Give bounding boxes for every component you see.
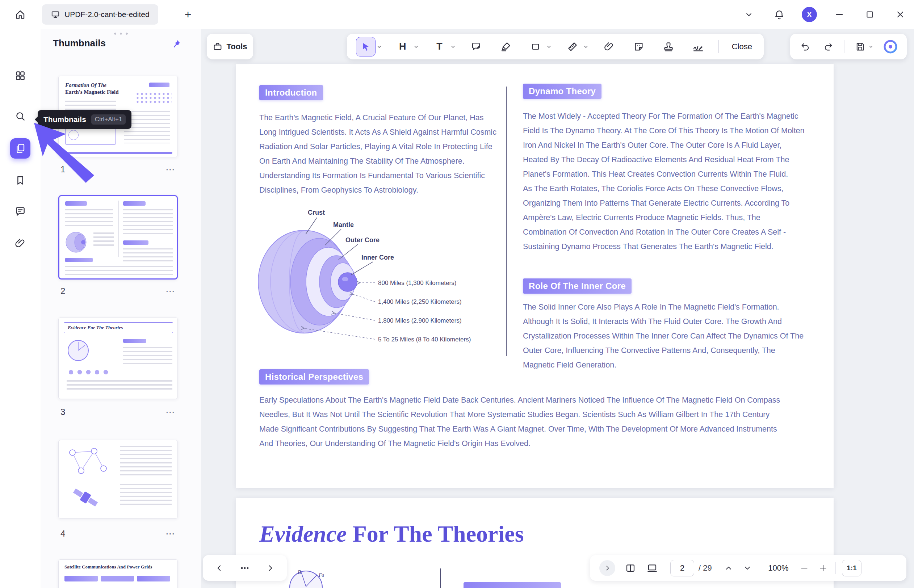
toolbar-collapse-button[interactable] (741, 6, 757, 23)
tools-menu-button[interactable]: Tools (207, 34, 253, 60)
compass-label-fs: Fs (318, 572, 324, 578)
chevron-down-icon[interactable] (583, 44, 589, 50)
thumbnail-page-5[interactable]: Satellite Communications And Power Grids (58, 559, 178, 588)
heading-tool-letter: H (399, 41, 406, 52)
thumb3-number: 3 (58, 407, 65, 417)
close-editing-button[interactable]: Close (730, 42, 754, 52)
comment-icon (15, 206, 26, 217)
diagram-label-inner-core: Inner Core (362, 254, 394, 261)
bookmarks-button[interactable] (10, 170, 31, 191)
attachments-button[interactable] (10, 233, 31, 254)
redo-button[interactable] (821, 37, 835, 56)
measure-tool-button[interactable] (563, 37, 582, 56)
page3-title: Evidence For The Theories (259, 521, 524, 548)
signature-tool-button[interactable] (689, 37, 707, 56)
dynamo-paragraphs: The Most Widely - Accepted Theory For Th… (523, 109, 806, 254)
search-button[interactable] (10, 106, 31, 126)
thumb2-preview-lines1 (65, 209, 113, 228)
chevron-down-icon[interactable] (376, 44, 383, 50)
actual-size-button[interactable]: 1:1 (842, 560, 861, 577)
next-page-button[interactable] (263, 561, 278, 575)
dynamo-heading-badge: Dynamo Theory (523, 84, 601, 99)
highlighter-tool-button[interactable] (496, 37, 515, 56)
text-tool-button[interactable]: T (430, 37, 449, 56)
thumb2-more-button[interactable]: ⋯ (163, 286, 178, 297)
undo-button[interactable] (798, 37, 812, 56)
new-tab-button[interactable]: + (180, 6, 196, 23)
next-page-chevron-button[interactable] (740, 561, 755, 575)
page3-title-italic: Evidence (259, 521, 347, 547)
zoom-in-button[interactable] (816, 561, 830, 575)
previous-page-chevron-button[interactable] (721, 561, 736, 575)
chevron-down-icon[interactable] (546, 44, 552, 50)
prev-page-button[interactable] (212, 561, 227, 575)
save-button[interactable] (853, 37, 867, 56)
select-tool-button[interactable] (356, 37, 375, 56)
minimize-button[interactable] (832, 6, 847, 23)
collapse-bar-button[interactable] (599, 560, 615, 576)
toolbar-divider (844, 40, 845, 53)
editing-toolbar: H T Close (347, 34, 764, 60)
thumbnail-page-2[interactable] (58, 195, 178, 279)
home-button[interactable] (12, 6, 28, 23)
minus-icon (799, 564, 809, 573)
monitor-icon (51, 10, 60, 19)
page-nav-bar (203, 555, 287, 581)
thumb5-preview-bar1 (65, 576, 98, 582)
thumbnail-page-3[interactable]: Evidence For The Theories (58, 318, 178, 399)
nav-more-button[interactable] (237, 561, 252, 575)
attach-tool-button[interactable] (600, 37, 618, 56)
presentation-mode-button[interactable] (645, 561, 659, 575)
diagram-measure-1: 800 Miles (1,300 Kilometers) (378, 279, 456, 286)
thumb5-title: Satellite Communications And Power Grids (65, 564, 170, 570)
apps-grid-icon (15, 70, 26, 81)
chevron-down-icon[interactable] (868, 44, 874, 50)
thumb1-more-button[interactable]: ⋯ (163, 164, 178, 175)
chevron-up-icon (724, 564, 733, 572)
notifications-button[interactable] (771, 6, 787, 23)
ai-assistant-button[interactable] (882, 39, 899, 55)
chevron-down-icon[interactable] (450, 44, 456, 50)
left-icon-rail (0, 29, 40, 588)
maximize-button[interactable] (862, 6, 878, 23)
thumb4-preview-lines2 (120, 484, 172, 506)
pin-panel-button[interactable] (168, 36, 184, 52)
thumb4-more-button[interactable]: ⋯ (163, 528, 178, 540)
heading-tool-group: H (393, 37, 419, 56)
tab-title: UPDF-2.0-cant-be-edited (65, 10, 150, 19)
close-window-button[interactable] (892, 6, 908, 23)
stamp-tool-button[interactable] (659, 37, 678, 56)
apps-grid-button[interactable] (10, 66, 31, 86)
save-icon (855, 42, 865, 52)
panel-title: Thumbnails (53, 38, 106, 49)
title-bar: UPDF-2.0-cant-be-edited + X (0, 0, 914, 29)
thumb2-preview-lines3 (65, 266, 173, 275)
chevron-left-icon (215, 564, 224, 573)
home-icon (15, 9, 26, 20)
thumb3-preview-lines2 (67, 380, 172, 391)
panel-drag-handle[interactable] (112, 32, 130, 36)
document-tab[interactable]: UPDF-2.0-cant-be-edited (42, 4, 158, 24)
two-page-view-button[interactable] (623, 561, 638, 575)
thumb4-number: 4 (58, 528, 65, 539)
account-button[interactable]: X (802, 7, 817, 22)
page-number-input[interactable] (670, 560, 694, 577)
sign-pen-button[interactable] (10, 586, 31, 588)
sticker-tool-button[interactable] (629, 37, 648, 56)
zoom-out-button[interactable] (797, 561, 812, 575)
comment-tool-button[interactable] (467, 37, 486, 56)
thumbnails-panel-button[interactable] (10, 138, 31, 158)
pdf-page-2[interactable]: Introduction The Earth's Magnetic Field,… (236, 64, 833, 488)
thumb3-more-button[interactable]: ⋯ (163, 407, 178, 418)
chevron-down-icon[interactable] (413, 44, 419, 50)
sticker-icon (633, 41, 644, 52)
shape-tool-button[interactable] (526, 37, 545, 56)
thumbnail-page-4[interactable] (58, 440, 178, 519)
paperclip-icon (604, 41, 615, 52)
heading-tool-button[interactable]: H (393, 37, 412, 56)
comments-button[interactable] (10, 201, 31, 221)
thumb3-meta: 3 ⋯ (58, 406, 178, 418)
shape-tool-group (526, 37, 552, 56)
thumb4-satellite-mini (68, 482, 103, 513)
history-save-toolbar (790, 34, 907, 60)
